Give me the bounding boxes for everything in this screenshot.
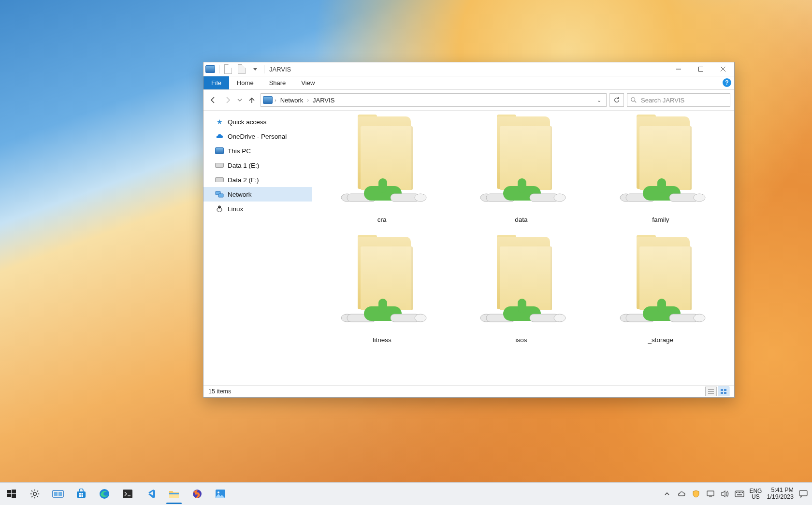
location-pc-icon bbox=[263, 96, 273, 104]
svg-rect-55 bbox=[724, 392, 726, 394]
breadcrumb[interactable]: JARVIS bbox=[311, 97, 336, 104]
taskbar-terminal[interactable] bbox=[116, 483, 139, 505]
taskbar-task-view[interactable] bbox=[46, 483, 70, 505]
nav-quick-access[interactable]: ★ Quick access bbox=[203, 115, 312, 129]
clock-time: 5:41 PM bbox=[771, 487, 794, 494]
network-share-item[interactable]: family bbox=[591, 115, 730, 225]
taskbar-vscode[interactable] bbox=[139, 483, 162, 505]
svg-rect-56 bbox=[7, 490, 11, 493]
svg-rect-81 bbox=[169, 493, 179, 494]
clock[interactable]: 5:41 PM 1/19/2023 bbox=[767, 487, 794, 501]
nav-label: Quick access bbox=[228, 118, 266, 126]
language-indicator[interactable]: ENG US bbox=[749, 488, 762, 500]
svg-rect-78 bbox=[123, 490, 132, 498]
view-details-button[interactable] bbox=[705, 387, 717, 396]
taskbar-edge[interactable] bbox=[93, 483, 116, 505]
ribbon-tabs: File Home Share View ? bbox=[203, 76, 734, 90]
tab-view[interactable]: View bbox=[293, 76, 322, 89]
search-input[interactable] bbox=[640, 96, 727, 104]
navigation-pane[interactable]: ★ Quick access OneDrive - Personal This … bbox=[203, 111, 312, 385]
forward-button[interactable] bbox=[222, 94, 233, 106]
remote-desktop-tray-icon[interactable] bbox=[706, 489, 715, 499]
share-label: fitness bbox=[373, 336, 392, 344]
system-tray[interactable]: ENG US 5:41 PM 1/19/2023 bbox=[658, 483, 812, 505]
taskbar-settings[interactable] bbox=[23, 483, 46, 505]
security-tray-icon[interactable] bbox=[691, 489, 701, 499]
qat-properties-icon[interactable] bbox=[222, 63, 234, 75]
vscode-icon bbox=[145, 488, 157, 500]
desktop: JARVIS File Home Share View bbox=[0, 0, 812, 505]
nav-drive-f[interactable]: Data 2 (F:) bbox=[203, 173, 312, 187]
nav-drive-e[interactable]: Data 1 (E:) bbox=[203, 158, 312, 173]
separator bbox=[264, 65, 264, 73]
share-label: family bbox=[652, 216, 669, 223]
windows-logo-icon bbox=[5, 488, 18, 500]
nav-onedrive[interactable]: OneDrive - Personal bbox=[203, 129, 312, 144]
svg-rect-58 bbox=[7, 494, 11, 497]
network-share-folder-icon bbox=[334, 237, 430, 333]
svg-rect-18 bbox=[378, 178, 387, 193]
taskbar-microsoft-store[interactable] bbox=[70, 483, 93, 505]
titlebar[interactable]: JARVIS bbox=[203, 62, 734, 76]
volume-tray-icon[interactable] bbox=[720, 489, 730, 499]
search-box[interactable] bbox=[627, 93, 730, 107]
network-share-item[interactable]: cra bbox=[312, 115, 451, 225]
addressbar-history-caret-icon[interactable]: ⌄ bbox=[594, 97, 604, 103]
clock-date: 1/19/2023 bbox=[767, 494, 794, 501]
tab-file[interactable]: File bbox=[203, 76, 229, 89]
svg-rect-1 bbox=[699, 67, 703, 72]
share-label: isos bbox=[515, 336, 527, 344]
items-scroll-area[interactable]: cra data family bbox=[312, 111, 734, 385]
keyboard-tray-icon[interactable] bbox=[735, 489, 744, 499]
svg-rect-36 bbox=[378, 299, 387, 313]
tab-share-label: Share bbox=[269, 79, 286, 87]
svg-line-68 bbox=[31, 496, 32, 497]
qat-customize-caret-icon[interactable] bbox=[249, 63, 261, 75]
svg-rect-75 bbox=[79, 495, 81, 497]
up-button[interactable] bbox=[246, 94, 258, 106]
crumb-sep-icon: › bbox=[306, 97, 310, 103]
taskbar-photos[interactable] bbox=[209, 483, 232, 505]
svg-point-60 bbox=[33, 492, 36, 495]
action-center-icon[interactable] bbox=[798, 489, 808, 499]
network-icon bbox=[215, 190, 224, 199]
taskbar-file-explorer[interactable] bbox=[162, 483, 186, 505]
nav-network[interactable]: Network bbox=[203, 187, 312, 202]
task-view-icon bbox=[52, 488, 64, 500]
network-share-item[interactable]: isos bbox=[451, 235, 591, 346]
onedrive-tray-icon[interactable] bbox=[677, 489, 686, 499]
share-label: data bbox=[515, 216, 527, 223]
system-menu-icon[interactable] bbox=[204, 63, 216, 75]
share-label: _storage bbox=[648, 336, 674, 344]
breadcrumb[interactable]: Network bbox=[278, 97, 305, 104]
address-bar[interactable]: › Network › JARVIS ⌄ bbox=[261, 93, 607, 107]
start-button[interactable] bbox=[0, 483, 23, 505]
edge-icon bbox=[98, 488, 111, 500]
taskbar-firefox[interactable] bbox=[186, 483, 209, 505]
view-large-icons-button[interactable] bbox=[718, 387, 729, 396]
lang-bottom: US bbox=[752, 494, 760, 500]
svg-rect-59 bbox=[12, 494, 16, 498]
minimize-button[interactable] bbox=[667, 62, 690, 76]
tab-share[interactable]: Share bbox=[261, 76, 294, 89]
svg-point-47 bbox=[694, 314, 705, 322]
back-button[interactable] bbox=[207, 94, 219, 106]
nav-linux[interactable]: Linux bbox=[203, 202, 312, 216]
network-share-item[interactable]: _storage bbox=[591, 235, 730, 346]
svg-rect-92 bbox=[742, 492, 743, 493]
network-share-item[interactable]: data bbox=[451, 115, 591, 225]
help-icon[interactable]: ? bbox=[723, 78, 731, 87]
tab-home[interactable]: Home bbox=[229, 76, 261, 89]
tab-file-label: File bbox=[211, 79, 221, 87]
taskbar[interactable]: ENG US 5:41 PM 1/19/2023 bbox=[0, 482, 812, 505]
svg-line-65 bbox=[31, 491, 32, 491]
tray-overflow-chevron-icon[interactable] bbox=[662, 489, 672, 499]
qat-new-folder-icon[interactable] bbox=[236, 63, 247, 75]
recent-locations-caret-icon[interactable] bbox=[236, 94, 243, 106]
network-share-item[interactable]: fitness bbox=[312, 235, 451, 346]
nav-this-pc[interactable]: This PC bbox=[203, 144, 312, 158]
linux-icon bbox=[215, 204, 224, 213]
close-button[interactable] bbox=[712, 62, 734, 76]
refresh-button[interactable] bbox=[609, 93, 624, 107]
maximize-button[interactable] bbox=[690, 62, 712, 76]
